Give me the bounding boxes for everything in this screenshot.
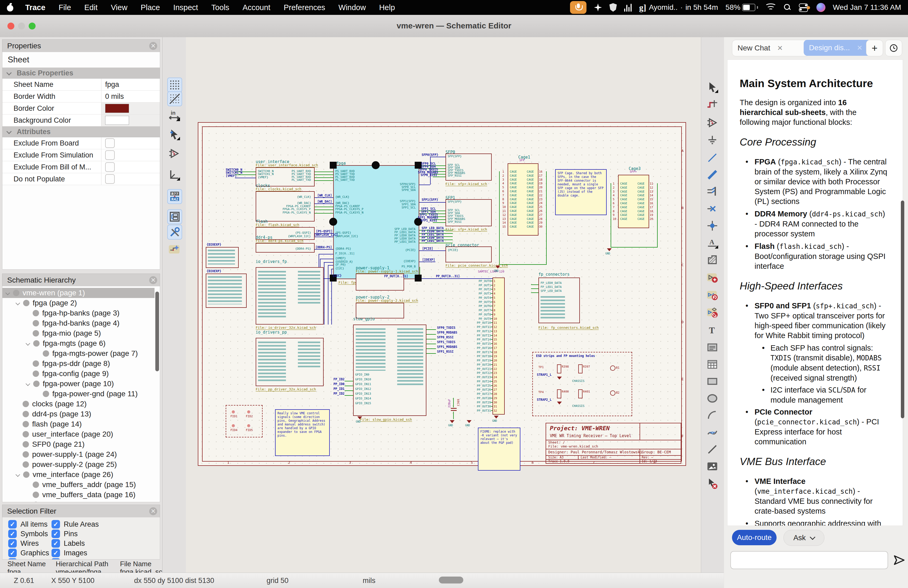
cursor-shape-tool[interactable] [167,127,181,141]
ai-link-tool[interactable] [705,305,719,319]
title-block[interactable]: Project: VME-WRENVME WR Timing Receiver … [546,423,681,464]
note-text[interactable]: FIXME: replace with -K variant (not very… [478,428,520,470]
tools-tool[interactable] [167,225,182,240]
menu-item-place[interactable]: Place [134,3,167,12]
units-inches-tool[interactable]: in [167,108,181,122]
add-bus-tool[interactable] [705,168,719,182]
menu-item-help[interactable]: Help [372,3,402,12]
ai-add-symbol-tool[interactable] [705,271,719,284]
tree-item[interactable]: user_interface (page 20) [2,429,155,439]
filter-all-items[interactable]: ✓All items [8,520,48,528]
highlight-net-tool[interactable] [705,97,719,111]
line-tool[interactable] [705,443,719,456]
ai-label-tool[interactable]: A [705,288,719,302]
annotate-tool[interactable]: R??R42 [167,189,182,204]
menu-item-preferences[interactable]: Preferences [277,3,332,12]
close-icon[interactable]: ✕ [149,276,157,284]
menu-item-account[interactable]: Account [236,3,277,12]
spotlight-search-icon[interactable] [784,3,791,11]
control-center-icon[interactable] [799,3,809,11]
tree-item[interactable]: fpga-ps-ddr (page 8) [2,359,155,369]
tree-item[interactable]: fpga-mgts (page 6) [2,338,155,348]
tree-item[interactable]: vme_buffers_addr (page 15) [2,480,155,490]
filter-images[interactable]: ✓Images [52,549,87,557]
tab-new-chat[interactable]: New Chat✕ [732,40,810,56]
tree-item[interactable]: fpga-hp-banks (page 3) [2,308,155,318]
color-swatch[interactable] [101,114,160,126]
fiducials-region[interactable] [226,405,262,437]
checkbox-checked[interactable]: ✓ [8,549,17,557]
siri-icon[interactable] [816,3,826,12]
tree-item[interactable]: fpga-hd-banks (page 4) [2,318,155,328]
net-label-tool[interactable]: A [705,236,719,250]
no-connect-tool[interactable] [705,202,719,216]
chat-scrollbar[interactable] [901,200,904,418]
selection-filter-header[interactable]: Selection Filter ✕ [2,504,160,518]
tab-design-discussion[interactable]: Design dis...✕ [804,40,871,56]
grid-dots-tool[interactable] [167,77,182,92]
tree-item[interactable]: fpga (page 2) [2,298,155,308]
equalizer-menu-icon[interactable] [624,3,632,12]
property-value-field[interactable]: fpga [101,79,160,90]
grid-diagonal-tool[interactable] [167,91,182,106]
tree-item[interactable]: flash (page 14) [2,419,155,429]
arc-tool[interactable] [705,408,719,422]
circle-tool[interactable] [705,391,719,405]
junction-tool[interactable] [705,219,719,233]
property-checkbox[interactable] [101,149,160,161]
rectangle-tool[interactable] [705,374,719,388]
calendar-status[interactable]: g] Ayomid.. · in 5h 54m [639,3,718,13]
send-button[interactable] [893,554,906,567]
bus-entry-tool[interactable] [705,185,719,199]
checkbox-checked[interactable]: ✓ [52,530,60,538]
mounting-hole[interactable] [610,366,615,371]
checkbox-checked[interactable]: ✓ [8,539,17,548]
chat-input[interactable] [730,551,888,569]
filter-other-items[interactable]: ✓Other items [52,558,101,560]
resistor-symbol[interactable] [557,389,561,398]
battery-indicator[interactable]: 58% [726,3,758,12]
menu-item-file[interactable]: File [52,3,78,12]
mode-select[interactable]: Ask [784,530,824,546]
wifi-icon[interactable] [765,3,776,11]
selection-handle[interactable] [330,162,336,169]
selection-handle[interactable] [329,218,337,226]
close-icon[interactable]: ✕ [149,507,157,515]
property-checkbox[interactable] [101,161,160,173]
filter-graphics[interactable]: ✓Graphics [8,549,49,557]
tree-item[interactable]: vme-wren (page 1) [2,288,155,298]
menu-item-window[interactable]: Window [332,3,372,12]
checkbox-checked[interactable]: ✓ [8,530,17,538]
measure-tool[interactable] [167,168,181,182]
auto-route-button[interactable]: Auto-route [732,530,777,545]
checkbox-checked[interactable]: ✓ [52,549,60,557]
note-text[interactable]: SFP Cage. Shared by both SFPs, in the ca… [555,169,607,215]
tree-item[interactable]: fpga-config (page 9) [2,369,155,379]
new-tab-button[interactable]: + [866,40,883,56]
simulator-tool[interactable] [167,147,181,160]
sheet-symbol-power-supply-2[interactable] [356,303,404,319]
schematic-canvas[interactable]: 12345678ABCDEFuser_interfaceFile: user_i… [186,37,701,573]
checkbox-checked[interactable]: ✓ [8,558,17,560]
close-icon[interactable]: ✕ [777,44,783,52]
select-tool[interactable] [705,80,719,94]
checkbox-checked[interactable]: ✓ [52,539,60,548]
delete-tool[interactable] [705,477,719,490]
filter-pins[interactable]: ✓Pins [52,530,78,538]
menu-item-trace[interactable]: Trace [19,3,52,12]
hierarchy-navigator-tool[interactable] [167,209,182,224]
checkbox-checked[interactable]: ✓ [52,520,60,528]
image-tool[interactable] [705,459,719,473]
filter-wires[interactable]: ✓Wires [8,539,39,548]
ai-route-tool[interactable] [167,242,181,256]
apple-menu-icon[interactable] [7,3,14,11]
table-tool[interactable] [705,358,719,371]
filter-symbols[interactable]: ✓Symbols [8,530,48,538]
close-icon[interactable]: ✕ [149,42,157,50]
mounting-hole[interactable] [610,390,615,396]
filter-labels[interactable]: ✓Labels [52,539,85,548]
resistor-symbol[interactable] [578,364,583,374]
tree-item[interactable]: vme_interface (page 26) [2,470,155,480]
tree-item[interactable]: SFP0 (page 21) [2,439,155,449]
tree-item[interactable]: fpga-mgts-power (page 7) [2,348,155,359]
